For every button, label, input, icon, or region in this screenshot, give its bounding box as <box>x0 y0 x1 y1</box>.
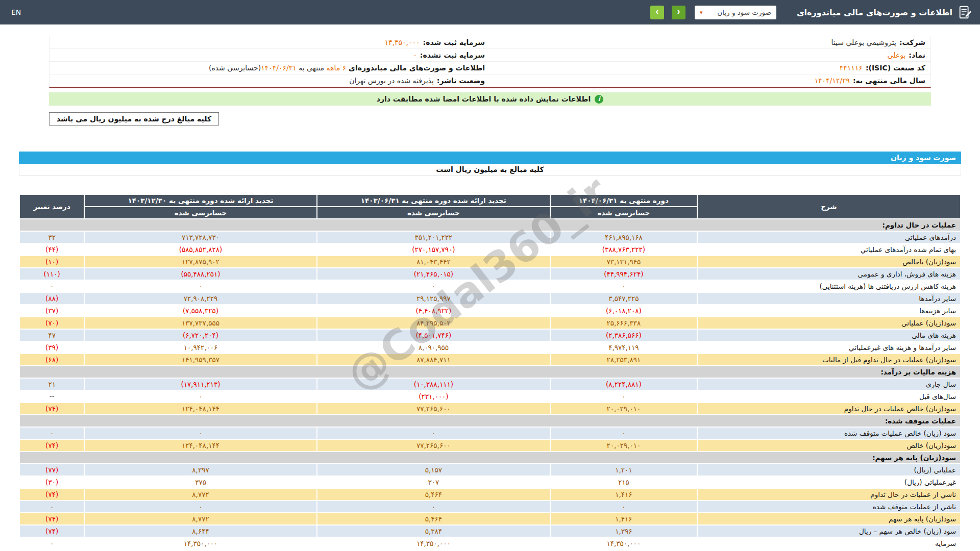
value-cell: ۰ <box>550 427 697 439</box>
statement-row: سود(زیان) ناخالص۷۳,۱۳۱,۹۴۵۸۱,۰۴۳,۴۴۲۱۲۷,… <box>19 256 961 268</box>
value-cell: ۰ <box>550 280 697 292</box>
value-cell: (۷۴) <box>19 488 84 500</box>
value-cell: ۷۳,۱۳۱,۹۴۵ <box>550 256 697 268</box>
value-cell: (۵۵,۴۸۸,۲۵۱) <box>84 268 316 280</box>
value-cell: (۱۰,۳۸۸,۱۱۱) <box>317 378 550 390</box>
info-value-part: اطلاعات و صورت‌های مالی میاندوره‌ای <box>346 64 485 72</box>
statement-row: ناشي از عملیات متوقف شده۰۰۰۰ <box>19 500 961 513</box>
value-cell: ۱۲۴,۰۴۸,۱۴۴ <box>84 403 316 415</box>
value-cell: ۳۷۵ <box>84 476 316 488</box>
prev-report-button[interactable]: ‹ <box>650 6 664 19</box>
value-cell: (۲۷۰,۱۵۷,۷۹۰) <box>317 243 550 256</box>
info-cell: سرمایه ثبت شده:۱۴,۳۵۰,۰۰۰ <box>50 36 490 48</box>
value-cell: ۵,۴۶۴ <box>317 513 550 525</box>
statement-row: سود(زیان) عملیات در حال تداوم قبل از مال… <box>19 354 961 366</box>
value-cell: (۶,۷۲۰,۲۰۴) <box>84 329 316 341</box>
row-label: سود(زیان) خالص <box>697 439 961 452</box>
value-cell: (۵۸۵,۸۵۲,۸۲۸) <box>84 243 316 256</box>
info-row: نماد:بوعليسرمایه ثبت نشده:۰ <box>50 49 930 62</box>
col-header-current-period: دوره منتهی به ۱۴۰۴/۰۶/۳۱ <box>550 194 697 207</box>
signature-notice-text: اطلاعات نمایش داده شده با اطلاعات امضا ش… <box>377 95 591 103</box>
value-cell: (۶,۰۱۸,۲۰۸) <box>550 305 697 317</box>
language-toggle[interactable]: EN <box>11 8 21 16</box>
section-label: عملیات متوقف شده: <box>19 415 961 427</box>
info-value: پتروشیمي بوعلي سینا <box>831 38 896 46</box>
info-cell: سال مالی منتهی به:۱۴۰۴/۱۲/۲۹ <box>490 74 930 87</box>
value-cell: ۸۷,۸۸۴,۷۱۱ <box>317 354 550 366</box>
value-cell: ۳,۵۴۷,۲۲۵ <box>550 292 697 305</box>
value-cell: ۰ <box>550 390 697 403</box>
value-cell: (۶۸) <box>19 354 84 366</box>
value-cell: ۷۷,۲۶۵,۶۰۰ <box>317 439 550 452</box>
value-cell: ۰ <box>84 500 316 513</box>
value-cell: ۲۱ <box>19 378 84 390</box>
value-cell: ۵,۱۵۷ <box>317 464 550 476</box>
signature-notice-banner: i اطلاعات نمایش داده شده با اطلاعات امضا… <box>49 92 931 106</box>
info-cell: وضعیت ناشر:پذیرفته شده در بورس تهران <box>50 74 490 87</box>
value-cell: ۸,۷۷۲ <box>84 488 316 500</box>
row-label: هزینه کاهش ارزش دریافتنی ها (هزینه استثن… <box>697 280 961 292</box>
value-cell: ۱۴,۳۵۰,۰۰۰ <box>84 537 316 549</box>
value-cell: (۱۰) <box>19 256 84 268</box>
statement-row: غیرعملیاتي (ریال)۲۱۵۳۰۷۳۷۵(۳۰) <box>19 476 961 488</box>
next-report-button[interactable]: › <box>672 6 685 19</box>
value-cell: ۰ <box>317 427 550 439</box>
section-label: هزینه مالیات بر درآمد: <box>19 366 961 378</box>
value-cell: (۲۱,۴۶۵,۰۱۵) <box>317 268 550 280</box>
value-cell: ۲۹,۱۲۵,۹۹۷ <box>317 292 550 305</box>
info-label: شرکت: <box>899 38 925 46</box>
section-label: سود(زیان) پایه هر سهم: <box>19 452 961 464</box>
income-statement-table: شرح دوره منتهی به ۱۴۰۴/۰۶/۳۱ تجدید ارائه… <box>19 194 961 550</box>
statement-row: سال جاری(۸,۲۲۴,۸۸۱)(۱۰,۳۸۸,۱۱۱)(۱۷,۹۱۱,۲… <box>19 378 961 390</box>
row-label: سال جاری <box>697 378 961 390</box>
statement-row: هزینه های مالی(۲,۳۸۶,۵۶۶)(۴,۵۰۱,۷۴۶)(۶,۷… <box>19 329 961 341</box>
info-label: سال مالی منتهی به: <box>853 77 925 85</box>
col-header-desc: شرح <box>697 194 961 219</box>
row-label: بهای تمام شده درآمدهای عملیاتي <box>697 243 961 256</box>
statement-title-bar: صورت سود و زیان <box>19 152 961 164</box>
value-cell: ۱۴,۳۵۰,۰۰۰ <box>550 537 697 549</box>
row-label: سود(زیان) عملیات در حال تداوم قبل از مال… <box>697 354 961 366</box>
value-cell: ۷۱۳,۷۲۸,۷۳۰ <box>84 231 316 243</box>
info-value: ۴۴۱۱۱۶ <box>840 64 863 72</box>
value-cell: (۲,۳۸۶,۵۶۶) <box>550 329 697 341</box>
value-cell: ۱۰,۹۴۲,۰۰۶ <box>84 341 316 354</box>
info-value: ۱۴۰۴/۱۲/۲۹ <box>814 77 850 85</box>
amount-unit-note: کلیه مبالغ درج شده به میلیون ریال می باش… <box>49 112 219 126</box>
section-row: سود(زیان) پایه هر سهم: <box>19 452 961 464</box>
statement-row: عملیاتي (ریال)۱,۲۰۱۵,۱۵۷۸,۳۹۷(۷۷) <box>19 464 961 476</box>
value-cell: ۰ <box>19 500 84 513</box>
value-cell: ۰ <box>19 280 84 292</box>
value-cell: (۳۰) <box>19 476 84 488</box>
value-cell: ۱,۴۱۶ <box>550 513 697 525</box>
statement-row: سود(زیان) خالص۲۰,۰۲۹,۰۱۰۷۷,۲۶۵,۶۰۰۱۲۴,۰۴… <box>19 439 961 452</box>
row-label: سال‌های قبل <box>697 390 961 403</box>
info-row: سال مالی منتهی به:۱۴۰۴/۱۲/۲۹وضعیت ناشر:پ… <box>50 74 930 87</box>
info-value-part: منتهی به <box>297 64 327 72</box>
value-cell: (۳۹) <box>19 341 84 354</box>
value-cell: ۷۲,۹۰۸,۲۲۹ <box>84 292 316 305</box>
row-label: سایر هزینه‌ها <box>697 305 961 317</box>
value-cell: ۰ <box>317 500 550 513</box>
value-cell: ۰ <box>84 427 316 439</box>
value-cell: ۱۳۷,۷۳۷,۵۵۵ <box>84 317 316 329</box>
row-label: هزینه های مالی <box>697 329 961 341</box>
statement-row: سرمایه۱۴,۳۵۰,۰۰۰۱۴,۳۵۰,۰۰۰۱۴,۳۵۰,۰۰۰۰ <box>19 537 961 549</box>
value-cell: ۳۵۱,۲۰۱,۲۳۲ <box>317 231 550 243</box>
statement-row: ناشي از عملیات در حال تداوم۱,۴۱۶۵,۴۶۴۸,۷… <box>19 488 961 500</box>
value-cell: ۰ <box>84 280 316 292</box>
info-value: بوعلي <box>888 51 906 59</box>
chevron-down-icon: ▾ <box>700 9 703 16</box>
col-header-percent-change: درصد تغییر <box>19 194 84 219</box>
report-type-select[interactable]: صورت سود و زیان ▾ <box>695 6 776 19</box>
info-label: کد صنعت (ISIC): <box>866 64 925 72</box>
value-cell: (۱۷,۹۱۱,۲۱۳) <box>84 378 316 390</box>
value-cell: ۱۴,۳۵۰,۰۰۰ <box>317 537 550 549</box>
col-header-restated-prior-period: تجدید ارائه شده دوره منتهی به ۱۴۰۳/۰۶/۳۱ <box>317 194 550 207</box>
statement-row: سود (زیان) خالص عملیات متوقف شده۰۰۰۰ <box>19 427 961 439</box>
info-row: شرکت:پتروشیمي بوعلي سیناسرمایه ثبت شده:۱… <box>50 36 930 49</box>
value-cell: (۴۴) <box>19 243 84 256</box>
info-cell: اطلاعات و صورت‌های مالی میاندوره‌ای ۶ ما… <box>50 62 490 74</box>
value-cell: ۰ <box>550 500 697 513</box>
statement-row: بهای تمام شده درآمدهای عملیاتي(۳۸۸,۷۶۳,۲… <box>19 243 961 256</box>
